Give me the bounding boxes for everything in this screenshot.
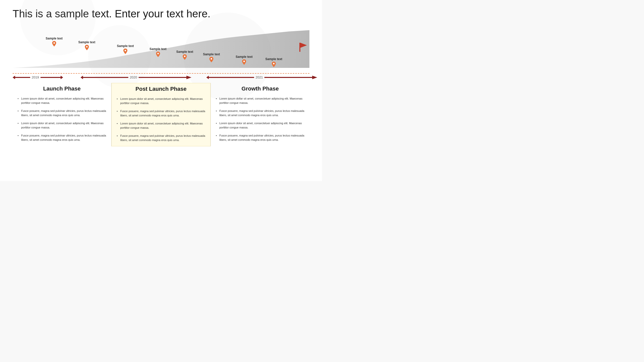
page-title: This is a sample text. Enter your text h… bbox=[13, 8, 309, 20]
page: This is a sample text. Enter your text h… bbox=[0, 0, 322, 181]
milestone-label-1: Sample text bbox=[78, 40, 95, 44]
svg-marker-19 bbox=[312, 76, 317, 79]
pin-icon-6 bbox=[242, 59, 246, 65]
arrow-2021-left-head bbox=[206, 76, 209, 79]
growth-phase-title: Growth Phase bbox=[216, 85, 304, 92]
list-item: Lorem ipsum dolor sit amet, consectetuer… bbox=[18, 121, 106, 129]
svg-point-2 bbox=[53, 42, 55, 44]
milestone-2: Sample text bbox=[117, 44, 134, 54]
svg-point-6 bbox=[184, 56, 185, 57]
arrow-2019-right bbox=[41, 76, 63, 79]
milestone-1: Sample text bbox=[78, 40, 95, 50]
post-launch-phase-col: Post Launch Phase Lorem ipsum dolor sit … bbox=[111, 83, 211, 146]
year-2019-bracket: 2019 bbox=[13, 75, 63, 79]
launch-phase-col: Launch Phase Lorem ipsum dolor sit amet,… bbox=[13, 83, 111, 146]
pin-icon-5 bbox=[209, 57, 214, 62]
arrow-2020-right bbox=[139, 76, 191, 79]
milestone-0: Sample text bbox=[46, 37, 63, 47]
milestone-container: Sample text Sample text Sample text Samp… bbox=[13, 25, 309, 70]
pin-icon-2 bbox=[123, 49, 128, 54]
milestone-label-6: Sample text bbox=[236, 55, 253, 59]
svg-marker-10 bbox=[13, 76, 30, 79]
arrow-2021-right bbox=[264, 76, 317, 79]
launch-phase-title: Launch Phase bbox=[18, 85, 106, 92]
arrow-2019-left bbox=[13, 76, 30, 79]
timeline-section: Sample text Sample text Sample text Samp… bbox=[13, 25, 309, 80]
phases-section: Launch Phase Lorem ipsum dolor sit amet,… bbox=[13, 83, 309, 146]
pin-icon-0 bbox=[52, 41, 56, 47]
svg-rect-18 bbox=[264, 77, 315, 78]
year-2021-label: 2021 bbox=[256, 75, 263, 79]
pin-icon-4 bbox=[182, 54, 187, 60]
pin-icon-1 bbox=[85, 45, 89, 50]
svg-rect-13 bbox=[83, 77, 128, 78]
list-item: Lorem ipsum dolor sit amet, consectetuer… bbox=[216, 121, 304, 129]
arrow-2020-left-head bbox=[80, 76, 83, 79]
svg-point-3 bbox=[86, 46, 88, 48]
pin-icon-7 bbox=[271, 62, 276, 67]
svg-point-7 bbox=[211, 58, 212, 60]
post-launch-phase-items: Lorem ipsum dolor sit amet, consectetuer… bbox=[117, 97, 205, 142]
arrow-2020-line bbox=[83, 77, 128, 78]
list-item: Lorem ipsum dolor sit amet, consectetuer… bbox=[18, 97, 106, 105]
post-launch-phase-title: Post Launch Phase bbox=[117, 86, 205, 92]
growth-phase-items: Lorem ipsum dollar sit amet, consectetue… bbox=[216, 97, 304, 142]
milestone-5: Sample text bbox=[203, 53, 220, 62]
year-2021-bracket: 2021 bbox=[206, 75, 317, 79]
launch-phase-items: Lorem ipsum dolor sit amet, consectetuer… bbox=[18, 97, 106, 142]
milestone-label-3: Sample text bbox=[150, 47, 167, 51]
milestone-7: Sample text bbox=[265, 57, 282, 67]
svg-point-8 bbox=[243, 61, 245, 62]
milestone-3: Sample text bbox=[150, 47, 167, 57]
growth-phase-col: Growth Phase Lorem ipsum dollar sit amet… bbox=[211, 83, 309, 146]
svg-rect-17 bbox=[209, 77, 254, 78]
list-item: Fusce posuere, magna sed pulvinar ultric… bbox=[216, 133, 304, 142]
year-2020-bracket: 2020 bbox=[80, 75, 191, 79]
milestone-label-5: Sample text bbox=[203, 53, 220, 56]
list-item: Lorem ipsum dollar sit amet, consectetue… bbox=[216, 97, 304, 105]
svg-marker-16 bbox=[206, 76, 209, 79]
svg-marker-12 bbox=[80, 76, 83, 79]
svg-point-4 bbox=[125, 50, 126, 51]
svg-marker-11 bbox=[41, 76, 63, 79]
list-item: Fusce posuere, magna sed pulvinar ultric… bbox=[18, 133, 106, 142]
arrow-2021-line bbox=[209, 77, 254, 78]
milestone-label-4: Sample text bbox=[176, 50, 193, 54]
milestone-6: Sample text bbox=[236, 55, 253, 65]
milestone-label-2: Sample text bbox=[117, 44, 134, 48]
list-item: Fusce posuere, magna sed pulvinar ultric… bbox=[117, 134, 205, 142]
svg-rect-14 bbox=[139, 77, 189, 78]
milestone-4: Sample text bbox=[176, 50, 193, 60]
svg-marker-15 bbox=[186, 76, 191, 79]
dashed-timeline-line bbox=[13, 73, 309, 74]
milestone-label-7: Sample text bbox=[265, 57, 282, 61]
svg-point-5 bbox=[157, 53, 159, 54]
svg-point-9 bbox=[273, 63, 274, 64]
list-item: Lorem ipsum dolor sit amet, consectetuer… bbox=[117, 97, 205, 105]
list-item: Fusce posuere, magna sed pulvinar ultric… bbox=[117, 109, 205, 117]
list-item: Fusce posuere, magna sed pulvinar ultric… bbox=[18, 109, 106, 117]
list-item: Fusce posuere, magna sed pulvinar ultric… bbox=[216, 109, 304, 117]
pin-icon-3 bbox=[156, 52, 160, 57]
year-2019-label: 2019 bbox=[32, 75, 39, 79]
milestone-label-0: Sample text bbox=[46, 37, 63, 40]
year-2020-label: 2020 bbox=[130, 75, 137, 79]
list-item: Lorem ipsum dolor sit amet, consectetuer… bbox=[117, 121, 205, 130]
